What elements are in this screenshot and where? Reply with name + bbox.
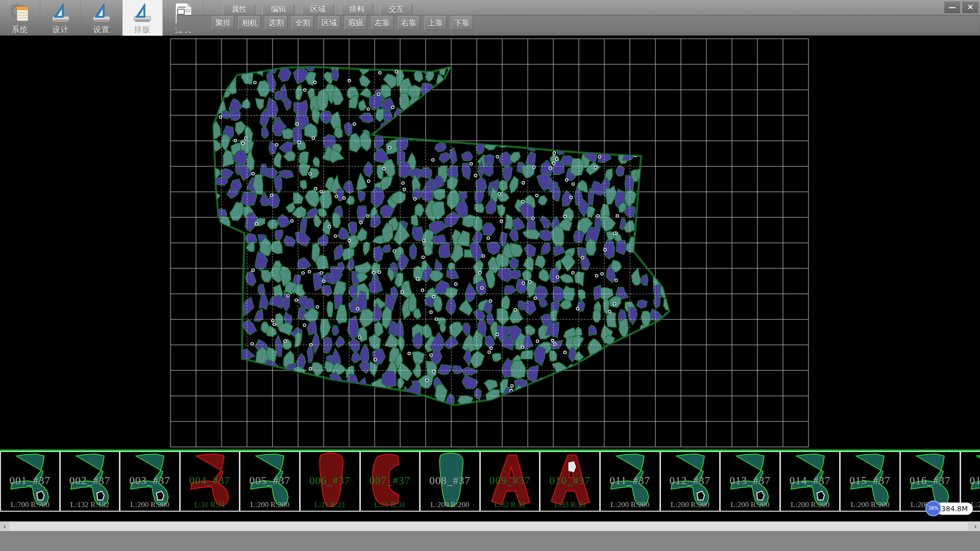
hide-layout-svg bbox=[0, 36, 980, 450]
piece-hole bbox=[817, 491, 824, 500]
scroll-right-arrow-icon[interactable]: › bbox=[971, 521, 980, 531]
minimize-button[interactable]: — bbox=[944, 1, 961, 14]
piece-thumbnail-2[interactable]: 002_#37L:132 R:132 bbox=[60, 451, 120, 512]
piece-name: 011_#37 bbox=[601, 474, 659, 487]
piece-name: 007_#37 bbox=[361, 474, 420, 487]
piece-lr-count: L:32 R:32 bbox=[481, 500, 540, 509]
ruler-icon bbox=[131, 2, 154, 24]
menu-tab-4[interactable]: 排料 bbox=[341, 4, 373, 15]
piece-lr-count: L:200 R:200 bbox=[601, 500, 659, 509]
piece-thumbnail-9[interactable]: 009_#37L:32 R:32 bbox=[480, 451, 541, 512]
tool-button-2[interactable]: 相机 bbox=[238, 16, 261, 30]
piece-thumbnail-strip: 001_#37L:700 R:700002_#37L:132 R:132003_… bbox=[0, 451, 980, 512]
toolbar-button-nesting[interactable]: 排版 bbox=[122, 0, 163, 36]
tool-button-1[interactable]: 聚排 bbox=[212, 16, 234, 30]
nesting-canvas[interactable] bbox=[0, 36, 980, 450]
piece-name: 016_#37 bbox=[901, 474, 960, 487]
scroll-left-arrow-icon[interactable]: ‹ bbox=[0, 521, 9, 531]
horizontal-scrollbar[interactable]: ‹ › bbox=[0, 521, 980, 531]
piece-hole bbox=[757, 491, 764, 500]
memory-usage-pill: 384.8M bbox=[936, 503, 973, 515]
piece-name: 004_#37 bbox=[181, 474, 239, 487]
piece-hole bbox=[157, 491, 164, 500]
piece-lr-count: L:21 R:21 bbox=[301, 500, 359, 509]
toolbar-button-label: 排版 bbox=[122, 25, 162, 35]
toolbar-button-setting[interactable]: 设置 bbox=[82, 0, 122, 36]
piece-hole bbox=[569, 462, 576, 471]
piece-thumbnail-5[interactable]: 005_#37L:200 R:200 bbox=[240, 451, 300, 512]
piece-lr-count: L:31 R:31 bbox=[181, 500, 239, 509]
gear-icon bbox=[9, 2, 31, 24]
piece-lr-count: L:200 R:200 bbox=[781, 500, 840, 509]
tool-button-6[interactable]: 瑕疵 bbox=[345, 16, 367, 30]
piece-name: 009_#37 bbox=[481, 474, 540, 487]
tool-button-4[interactable]: 全割 bbox=[291, 16, 314, 30]
piece-thumbnail-7[interactable]: 007_#37L:31 R:31 bbox=[360, 451, 421, 512]
toolbar-button-system[interactable]: 系统 bbox=[0, 0, 40, 36]
menu-tab-3[interactable]: 区域 bbox=[302, 4, 334, 15]
piece-name: 015_#37 bbox=[841, 474, 899, 487]
ruler-icon bbox=[50, 2, 72, 24]
piece-thumbnail-14[interactable]: 014_#37L:200 R:200 bbox=[780, 451, 841, 512]
toolbar-button-label: 系统 bbox=[0, 25, 40, 35]
piece-name: 010_#37 bbox=[541, 474, 599, 487]
piece-lr-count: L:132 R:132 bbox=[61, 500, 119, 509]
piece-thumbnail-8[interactable]: 008_#37L:200 R:200 bbox=[420, 451, 480, 512]
piece-name: 003_#37 bbox=[120, 474, 179, 487]
piece-thumbnail-6[interactable]: 006_#37L:21 R:21 bbox=[300, 451, 360, 512]
piece-thumbnail-11[interactable]: 011_#37L:200 R:200 bbox=[600, 451, 660, 512]
status-footer bbox=[0, 531, 980, 551]
piece-thumbnail-3[interactable]: 003_#37L:200 R:200 bbox=[120, 451, 180, 512]
piece-thumbnail-13[interactable]: 013_#37L:200 R:200 bbox=[720, 451, 780, 512]
piece-thumbnail-15[interactable]: 015_#37L:200 R:200 bbox=[840, 451, 900, 512]
piece-name: 012_#37 bbox=[661, 474, 720, 487]
tool-button-9[interactable]: 上靠 bbox=[424, 16, 447, 30]
piece-lr-count: L:200 R:200 bbox=[841, 500, 899, 509]
menu-tab-5[interactable]: 交互 bbox=[380, 4, 412, 15]
piece-lr-count: L:200 R:200 bbox=[240, 500, 299, 509]
piece-lr-count: L:31 R:31 bbox=[361, 500, 420, 509]
tool-button-8[interactable]: 右靠 bbox=[398, 16, 420, 30]
toolbar-button-design[interactable]: 设计 bbox=[41, 0, 81, 36]
menu-tab-1[interactable]: 属性 bbox=[223, 4, 255, 15]
tool-button-3[interactable]: 选割 bbox=[265, 16, 287, 30]
piece-lr-count: L:700 R:700 bbox=[1, 500, 59, 509]
piece-name: 002_#37 bbox=[61, 474, 119, 487]
piece-thumbnail-10[interactable]: 010_#37L:33 R:33 bbox=[540, 451, 600, 512]
memory-percent-badge: 38% bbox=[925, 500, 941, 516]
piece-name: 008_#37 bbox=[421, 474, 479, 487]
toolbar-button-label: 设计 bbox=[41, 25, 81, 35]
tool-button-row: 聚排相机选割全割区域瑕疵左靠右靠上靠下靠 bbox=[177, 15, 980, 32]
close-button[interactable]: ✕ bbox=[962, 1, 979, 14]
piece-lr-count: L:200 R:200 bbox=[661, 500, 720, 509]
piece-hole bbox=[96, 491, 104, 500]
toolbar-button-label: 设置 bbox=[82, 25, 121, 35]
piece-name: 013_#37 bbox=[721, 474, 779, 487]
piece-name: 017_#37 bbox=[961, 474, 980, 487]
piece-name: 001_#37 bbox=[1, 474, 59, 487]
piece-name: 006_#37 bbox=[301, 474, 359, 487]
ruler-icon bbox=[90, 2, 113, 24]
tool-button-7[interactable]: 左靠 bbox=[371, 16, 394, 30]
piece-lr-count: L:200 R:200 bbox=[120, 500, 179, 509]
piece-lr-count: L:33 R:33 bbox=[541, 500, 599, 509]
piece-name: 014_#37 bbox=[781, 474, 840, 487]
menu-tab-2[interactable]: 编辑 bbox=[262, 4, 295, 15]
titlebar-toolbar: 系统设计设置排版报表 属性编辑区域排料交互 聚排相机选割全割区域瑕疵左靠右靠上靠… bbox=[0, 0, 980, 36]
piece-hole bbox=[37, 491, 44, 500]
piece-lr-count: L:200 R:200 bbox=[721, 500, 779, 509]
scrollbar-thumb[interactable] bbox=[9, 522, 968, 531]
piece-name: 005_#37 bbox=[240, 474, 299, 487]
piece-hole bbox=[697, 491, 704, 500]
tool-button-10[interactable]: 下靠 bbox=[451, 16, 473, 30]
piece-lr-count: L:200 R:200 bbox=[421, 500, 479, 509]
piece-thumbnail-4[interactable]: 004_#37L:31 R:31 bbox=[180, 451, 240, 512]
tool-button-5[interactable]: 区域 bbox=[318, 16, 340, 30]
piece-thumbnail-1[interactable]: 001_#37L:700 R:700 bbox=[0, 451, 60, 512]
piece-thumbnail-12[interactable]: 012_#37L:200 R:200 bbox=[660, 451, 721, 512]
